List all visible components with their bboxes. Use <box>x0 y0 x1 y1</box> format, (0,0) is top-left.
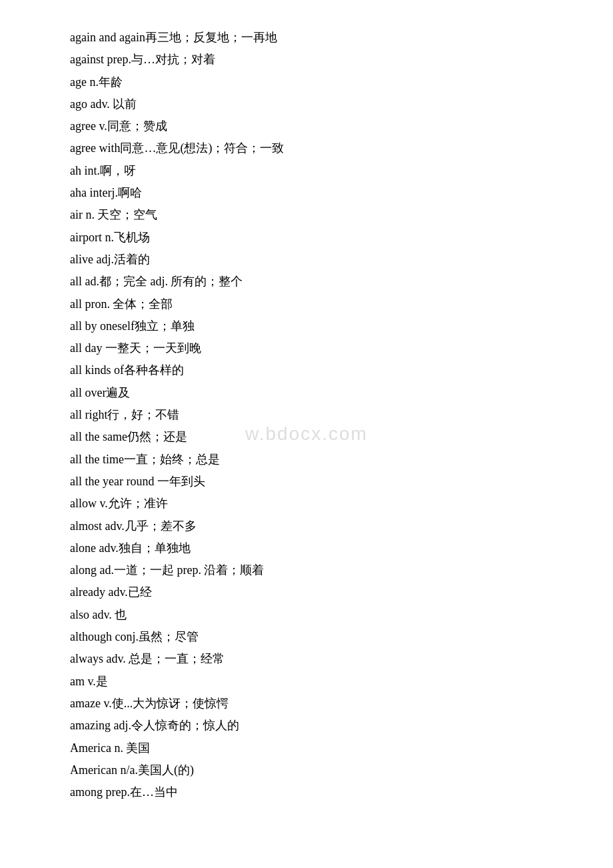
list-item: also adv. 也 <box>70 604 543 626</box>
list-item: all by oneself独立；单独 <box>70 315 543 337</box>
list-item: already adv.已经 <box>70 581 543 603</box>
list-item: all ad.都；完全 adj. 所有的；整个 <box>70 271 543 293</box>
list-item: am v.是 <box>70 671 543 693</box>
list-item: all right行，好；不错 <box>70 404 543 426</box>
list-item: amaze v.使...大为惊讶；使惊愕 <box>70 693 543 715</box>
list-item: allow v.允许；准许 <box>70 493 543 515</box>
list-item: again and again再三地；反复地；一再地 <box>70 27 543 49</box>
list-item: age n.年龄 <box>70 71 543 93</box>
list-item: agree with同意…意见(想法)；符合；一致 <box>70 137 543 159</box>
list-item: agree v.同意；赞成 <box>70 115 543 137</box>
list-item: all day 一整天；一天到晚 <box>70 337 543 359</box>
list-item: all over遍及 <box>70 382 543 404</box>
list-item: all the year round 一年到头 <box>70 471 543 493</box>
list-item: alive adj.活着的 <box>70 249 543 271</box>
page-content: again and again再三地；反复地；一再地against prep.与… <box>0 0 613 830</box>
list-item: against prep.与…对抗；对着 <box>70 49 543 71</box>
list-item: all the same仍然；还是 <box>70 426 543 448</box>
list-item: aha interj.啊哈 <box>70 182 543 204</box>
list-item: airport n.飞机场 <box>70 227 543 249</box>
list-item: ah int.啊，呀 <box>70 160 543 182</box>
list-item: among prep.在…当中 <box>70 781 543 803</box>
list-item: although conj.虽然；尽管 <box>70 626 543 648</box>
list-item: along ad.一道；一起 prep. 沿着；顺着 <box>70 559 543 581</box>
list-item: almost adv.几乎；差不多 <box>70 515 543 537</box>
list-item: alone adv.独自；单独地 <box>70 537 543 559</box>
list-item: America n. 美国 <box>70 737 543 759</box>
list-item: all the time一直；始终；总是 <box>70 449 543 471</box>
list-item: always adv. 总是；一直；经常 <box>70 648 543 670</box>
list-item: American n/a.美国人(的) <box>70 759 543 781</box>
list-item: amazing adj.令人惊奇的；惊人的 <box>70 715 543 737</box>
list-item: all kinds of各种各样的 <box>70 359 543 381</box>
list-item: ago adv. 以前 <box>70 93 543 115</box>
list-item: air n. 天空；空气 <box>70 204 543 226</box>
list-item: all pron. 全体；全部 <box>70 293 543 315</box>
